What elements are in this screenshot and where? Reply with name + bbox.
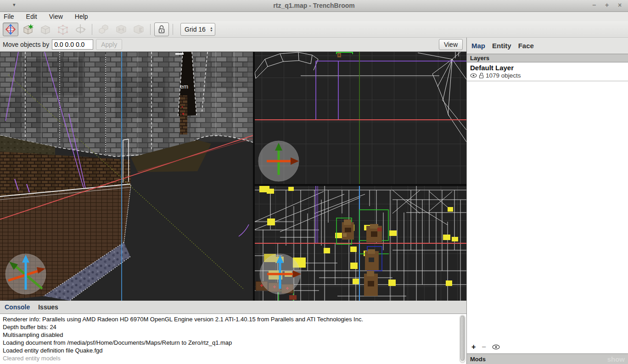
- csg-convex-merge-button[interactable]: [96, 22, 112, 36]
- toolbar-separator: [150, 24, 151, 35]
- viewport-2d-top[interactable]: [255, 52, 466, 184]
- console-log[interactable]: Renderer info: Parallels using AMD Radeo…: [0, 314, 458, 364]
- apply-button[interactable]: Apply: [96, 39, 122, 50]
- grid-size-spinner[interactable]: Grid 16 ▲ ▼: [180, 23, 215, 36]
- console-tab-bar: Console Issues: [0, 301, 466, 314]
- layers-header-label: Layers: [470, 55, 489, 62]
- csg-intersect-icon: [133, 23, 145, 35]
- entity-label-fragment: em: [180, 83, 188, 90]
- log-line: Multisampling disabled: [3, 331, 455, 339]
- menu-bar: File Edit View Help: [0, 12, 628, 21]
- window-title: rtz_q1.map - TrenchBroom: [0, 2, 628, 9]
- toolbar-separator: [173, 24, 173, 35]
- log-line: Loaded entity definition file Quake.fgd: [3, 347, 455, 354]
- viewport-3d[interactable]: em: [0, 52, 253, 301]
- console-panel: Console Issues Renderer info: Parallels …: [0, 301, 466, 364]
- viewport-3d-scene: em: [0, 52, 253, 301]
- remove-layer-button[interactable]: −: [482, 343, 486, 351]
- scrollbar-thumb[interactable]: [460, 316, 465, 361]
- create-brush-icon: [22, 23, 34, 35]
- layer-object-count: 1079 objects: [486, 72, 521, 79]
- compass-gizmo-2d-top: [258, 141, 299, 181]
- toolbar: Grid 16 ▲ ▼: [0, 21, 628, 38]
- log-line: Cleared entity models: [3, 354, 455, 362]
- lock-open-icon[interactable]: [479, 73, 484, 78]
- tab-map[interactable]: Map: [471, 42, 485, 50]
- vertex-tool-button[interactable]: [55, 22, 71, 36]
- log-line: Renderer info: Parallels using AMD Radeo…: [3, 315, 455, 323]
- inspector-tab-bar: Map Entity Face: [467, 38, 628, 54]
- spinner-down-icon[interactable]: ▼: [210, 29, 213, 32]
- log-line: Depth buffer bits: 24: [3, 323, 455, 331]
- toggle-visibility-icon[interactable]: [492, 344, 500, 350]
- compass-gizmo-3d: [6, 254, 46, 294]
- console-scrollbar[interactable]: [460, 315, 465, 363]
- texture-lock-button[interactable]: [154, 22, 169, 36]
- clip-tool-icon: [39, 23, 51, 35]
- rotate-tool-button[interactable]: [73, 22, 88, 36]
- add-layer-button[interactable]: +: [471, 343, 476, 351]
- csg-intersect-button[interactable]: [131, 22, 146, 36]
- viewport-2d-top-scene: [255, 52, 466, 184]
- inspector-panel: Map Entity Face Layers Default Layer 107…: [466, 38, 628, 364]
- menu-edit[interactable]: Edit: [26, 13, 37, 20]
- vertex-tool-icon: [57, 23, 69, 35]
- tab-console[interactable]: Console: [5, 303, 30, 311]
- toolbar-separator: [92, 24, 92, 35]
- mods-header[interactable]: Mods show: [467, 353, 628, 364]
- clip-tool-button[interactable]: [38, 22, 53, 36]
- eye-icon[interactable]: [470, 73, 477, 78]
- menu-help[interactable]: Help: [75, 13, 88, 20]
- tab-face[interactable]: Face: [518, 42, 534, 50]
- viewport-2d-bottom-scene: [255, 186, 466, 301]
- move-objects-input[interactable]: [52, 39, 93, 50]
- menu-view[interactable]: View: [49, 13, 63, 20]
- layer-name: Default Layer: [470, 64, 625, 72]
- layers-header: Layers: [467, 54, 628, 62]
- csg-convex-merge-icon: [98, 23, 110, 35]
- mods-header-label: Mods: [470, 356, 486, 363]
- create-brush-tool-button[interactable]: [20, 22, 36, 36]
- rotate-tool-icon: [74, 23, 86, 35]
- maximize-button[interactable]: +: [603, 1, 611, 9]
- texture-lock-icon: [157, 24, 167, 34]
- move-objects-label: Move objects by: [3, 41, 49, 48]
- layer-buttons: + −: [467, 341, 628, 353]
- tab-issues[interactable]: Issues: [38, 303, 58, 311]
- csg-subtract-button[interactable]: [113, 22, 129, 36]
- selection-tool-icon: [5, 23, 17, 35]
- close-button[interactable]: ×: [616, 1, 623, 9]
- gray-brick-wall: [0, 52, 253, 157]
- mods-show-toggle[interactable]: show: [607, 355, 625, 363]
- grid-size-label: Grid 16: [185, 26, 210, 33]
- window-titlebar: ▾ rtz_q1.map - TrenchBroom − + ×: [0, 0, 628, 12]
- move-objects-bar: Move objects by Apply View: [0, 38, 466, 52]
- csg-subtract-icon: [115, 23, 127, 35]
- selection-tool-button[interactable]: [3, 22, 18, 36]
- menu-file[interactable]: File: [4, 13, 14, 20]
- log-line: Loading document from /media/psf/Home/Do…: [3, 339, 455, 347]
- viewport-2d-bottom[interactable]: [255, 186, 466, 301]
- tab-entity[interactable]: Entity: [492, 42, 511, 50]
- minimize-button[interactable]: −: [590, 1, 598, 9]
- view-dropdown-button[interactable]: View: [439, 39, 463, 50]
- white-tick: [175, 53, 184, 55]
- layer-list-item[interactable]: Default Layer 1079 objects: [467, 62, 628, 81]
